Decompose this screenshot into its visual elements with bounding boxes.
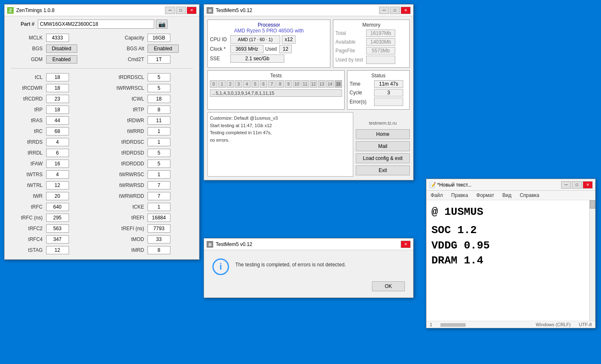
ok-button[interactable]: OK — [372, 281, 405, 291]
bgsalt-value[interactable]: Enabled — [148, 44, 179, 53]
dialog-titlebar[interactable]: ▦ TestMem5 v0.12 ✕ — [204, 239, 413, 250]
close-button[interactable]: ✕ — [187, 7, 197, 14]
trdwr-value[interactable] — [148, 116, 170, 125]
trfc4-value[interactable] — [46, 235, 69, 243]
minimize-button[interactable]: ─ — [165, 7, 175, 14]
load-config-button[interactable]: Load config & exit — [356, 153, 410, 163]
mail-button[interactable]: Mail — [356, 141, 410, 151]
zentimings-titlebar[interactable]: Z ZenTimings 1.0.8 ─ □ ✕ — [5, 5, 199, 16]
trrdl-value[interactable] — [46, 149, 69, 157]
camera-button[interactable]: 📷 — [156, 20, 167, 29]
trp-label: tRP — [10, 105, 44, 115]
capacity-value[interactable] — [148, 34, 170, 42]
trcdrd-value[interactable] — [46, 95, 69, 103]
trfc2-value[interactable] — [46, 224, 69, 233]
tm5-close-button[interactable]: ✕ — [401, 7, 411, 14]
twrwrsd-value[interactable] — [148, 181, 170, 189]
tfaw-value[interactable] — [46, 160, 69, 168]
cycle-value: 3 — [374, 89, 403, 96]
testmem5-icon: ▦ — [207, 7, 213, 14]
testmem5-titlebar[interactable]: ▦ TestMem5 v0.12 ─ □ ✕ — [204, 5, 413, 16]
twrwrsc-value[interactable] — [148, 170, 170, 179]
twrwrscl-label: tWRWRSCL — [103, 83, 145, 93]
trc-value[interactable] — [46, 127, 69, 135]
tras-value[interactable] — [46, 116, 69, 125]
used-label: Used — [265, 46, 278, 52]
trefins-value[interactable] — [148, 224, 170, 233]
trdrdscl-value[interactable] — [148, 73, 170, 81]
tcke-value[interactable] — [148, 203, 170, 211]
menu-help[interactable]: Справка — [518, 192, 541, 199]
notepad-minimize-button[interactable]: ─ — [561, 181, 571, 189]
cpu-id-label: CPU ID — [210, 37, 229, 42]
notepad-menu: Файл Правка Формат Вид Справка — [426, 191, 595, 200]
test-num-1: 1 — [218, 80, 226, 88]
tcl-value[interactable] — [46, 73, 69, 81]
mclk-label: MCLK — [10, 33, 44, 43]
twr-value[interactable] — [46, 192, 69, 200]
trdrddd-label: tRDRDDD — [103, 159, 145, 169]
trefi-value[interactable] — [148, 214, 170, 222]
cmd2t-value[interactable] — [148, 55, 170, 64]
twtrl-value[interactable] — [46, 181, 69, 189]
test-num-7: 7 — [268, 80, 276, 88]
menu-view[interactable]: Вид — [501, 192, 513, 199]
trdwr-label: tRDWR — [103, 116, 145, 125]
notepad-titlebar[interactable]: 📝 *Новый текст... ─ □ ✕ — [426, 179, 595, 191]
twrwrdd-value[interactable] — [148, 192, 170, 200]
tm5-maximize-button[interactable]: □ — [390, 7, 400, 14]
notepad-content[interactable]: @ 1USMUS SOC 1.2 VDDG 0.95 DRAM 1.4 — [426, 200, 595, 321]
trdrdscl-label: tRDRDSCL — [103, 72, 145, 82]
cpu-id-x: x12 — [282, 35, 296, 44]
trp-value[interactable] — [46, 106, 69, 114]
trdrdsc-label: tRDRDSC — [103, 137, 145, 147]
tstag-value[interactable] — [46, 246, 69, 254]
info-icon: i — [212, 258, 229, 275]
trrds-value[interactable] — [46, 138, 69, 146]
twrrd-value[interactable] — [148, 127, 170, 135]
scrollbar[interactable] — [589, 200, 595, 321]
usedbytest-value — [366, 56, 395, 64]
tm5-minimize-button[interactable]: ─ — [379, 7, 389, 14]
dialog-title: TestMem5 v0.12 — [216, 241, 401, 247]
tcwl-value[interactable] — [148, 95, 170, 103]
pagefile-value: 5573Mb — [366, 47, 395, 54]
tcl-label: tCL — [10, 72, 44, 82]
notepad-close-button[interactable]: ✕ — [583, 181, 593, 189]
trfc4-label: tRFC4 — [10, 234, 44, 244]
menu-format[interactable]: Формат — [475, 192, 496, 199]
trtp-value[interactable] — [148, 106, 170, 114]
log-line4: no errors. — [210, 137, 351, 144]
bgs-value[interactable]: Disabled — [46, 44, 77, 53]
trefi-label: tREFI — [103, 213, 145, 223]
menu-file[interactable]: Файл — [429, 192, 445, 199]
notepad-window: 📝 *Новый текст... ─ □ ✕ Файл Правка Форм… — [426, 179, 596, 328]
tmod-value[interactable] — [148, 235, 170, 243]
trdrdsc-value[interactable] — [148, 138, 170, 146]
trfcns-label: tRFC (ns) — [10, 213, 44, 223]
proc-name: AMD Ryzen 5 PRO 4650G with — [210, 28, 328, 34]
trcdwr-value[interactable] — [46, 84, 69, 92]
twrwrscl-value[interactable] — [148, 84, 170, 92]
trrds-label: tRRDS — [10, 137, 44, 147]
trfc-value[interactable] — [46, 203, 69, 211]
maximize-button[interactable]: □ — [176, 7, 186, 14]
scrollbar-thumb[interactable] — [590, 200, 595, 209]
trfcns-value[interactable] — [46, 214, 69, 222]
menu-edit[interactable]: Правка — [450, 192, 470, 199]
part-input[interactable] — [38, 20, 154, 29]
exit-button[interactable]: Exit — [356, 165, 410, 175]
trcdrd-label: tRCDRD — [10, 94, 44, 104]
notepad-maximize-button[interactable]: □ — [572, 181, 582, 189]
home-button[interactable]: Home — [356, 129, 410, 139]
test-num-4: 4 — [243, 80, 251, 88]
trdrdsd-value[interactable] — [148, 149, 170, 157]
log-line3: Testing completed in 11m 47s, — [210, 129, 351, 137]
twtrs-value[interactable] — [46, 170, 69, 179]
trdrddd-value[interactable] — [148, 160, 170, 168]
dialog-close-button[interactable]: ✕ — [401, 241, 411, 248]
gdm-value[interactable]: Enabled — [46, 55, 77, 64]
tmrd-value[interactable] — [148, 246, 170, 254]
mclk-value[interactable] — [46, 34, 69, 42]
trrdl-label: tRRDL — [10, 148, 44, 158]
